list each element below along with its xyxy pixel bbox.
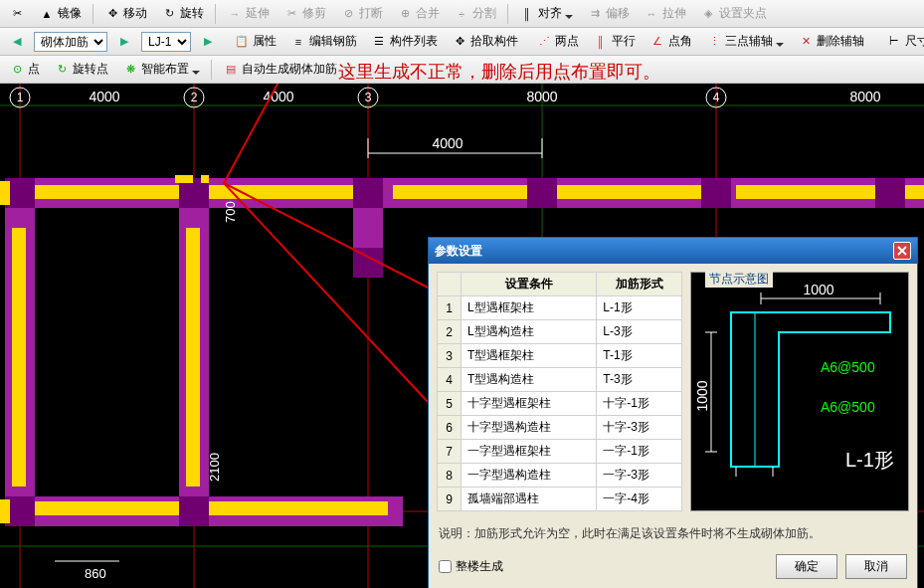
toolbar-component: ◀ 砌体加筋 ▶ LJ-1 ▶ 📋属性 ≡编辑钢筋 ☰构件列表 ✥拾取构件 ⋰两… [0,28,924,56]
svg-rect-31 [35,185,179,199]
attr-button[interactable]: 📋属性 [229,30,281,53]
pick-icon: ✥ [452,34,467,50]
prev-button[interactable]: ◀ [4,31,30,53]
svg-text:1000: 1000 [803,282,833,297]
table-row[interactable]: 9孤墙端部遇柱一字-4形 [438,488,682,511]
extend-button: →延伸 [222,2,275,25]
trim-icon: ✂ [283,6,299,22]
svg-rect-43 [701,178,731,208]
rotate-button[interactable]: ↻旋转 [156,2,209,25]
table-row[interactable]: 3T型遇框架柱T-1形 [438,344,682,368]
ok-button[interactable]: 确定 [776,554,837,579]
table-row[interactable]: 7一字型遇框架柱一字-1形 [438,440,682,464]
table-row[interactable]: 4T型遇构造柱T-3形 [438,368,682,392]
offset-icon: ⇉ [587,6,603,22]
svg-text:8000: 8000 [849,89,880,104]
smart-layout-button[interactable]: ❋智能布置 [117,58,205,81]
move-button[interactable]: ✥移动 [99,2,152,25]
stretch-icon: ↔ [644,6,659,22]
node-diagram-title: 节点示意图 [705,271,773,288]
next-button[interactable]: ▶ [111,31,137,53]
close-icon [897,246,907,256]
svg-rect-42 [527,178,557,208]
svg-rect-41 [353,178,383,208]
align-icon: ║ [519,6,535,22]
dim-label-button[interactable]: ⊢尺寸标 [881,30,924,53]
svg-text:700: 700 [223,201,238,223]
whole-floor-checkbox[interactable]: 整楼生成 [439,558,503,575]
arrow-right-icon: ▶ [200,34,216,50]
corner-button[interactable]: ∠点角 [645,30,697,53]
svg-rect-49 [0,499,10,523]
auto-icon: ▤ [223,62,239,78]
arrow-right-icon: ▶ [116,34,132,50]
next2-button[interactable]: ▶ [195,31,221,53]
dialog-titlebar[interactable]: 参数设置 [429,238,917,264]
close-button[interactable] [893,242,911,260]
three-point-icon: ⋮ [706,34,722,50]
svg-text:L-1形: L-1形 [845,449,894,471]
component-type-select[interactable]: 砌体加筋 [34,32,107,52]
whole-floor-input[interactable] [439,560,452,573]
offset-button: ⇉偏移 [582,2,635,25]
merge-icon: ⊕ [397,6,413,22]
mirror-icon: ▲ [39,6,55,22]
param-table[interactable]: 设置条件 加筋形式 1L型遇框架柱L-1形 2L型遇构造柱L-3形 3T型遇框架… [437,272,682,511]
svg-text:860: 860 [85,566,106,581]
point-button[interactable]: ⊙点 [4,58,45,81]
svg-rect-46 [179,496,209,526]
setclip-button: ◈设置夹点 [695,2,772,25]
edit-rebar-button[interactable]: ≡编辑钢筋 [285,30,362,53]
mirror-button[interactable]: ▲镜像 [34,2,87,25]
table-row[interactable]: 6十字型遇构造柱十字-3形 [438,416,682,440]
clip-icon: ◈ [700,6,716,22]
comp-list-button[interactable]: ☰构件列表 [366,30,443,53]
table-row[interactable]: 2L型遇构造柱L-3形 [438,320,682,344]
toolbar-edit: ✂ ▲镜像 ✥移动 ↻旋转 →延伸 ✂修剪 ⊘打断 ⊕合并 ÷分割 ║对齐 ⇉偏… [0,0,924,28]
split-button: ÷分割 [449,2,501,25]
chevron-down-icon [776,38,784,46]
dialog-title: 参数设置 [435,243,482,260]
auto-gen-button[interactable]: ▤自动生成砌体加筋 [218,58,342,81]
svg-text:3: 3 [365,91,372,104]
break-icon: ⊘ [340,6,356,22]
svg-line-58 [224,183,428,402]
corner-icon: ∠ [649,34,665,50]
rebar-icon: ≡ [290,34,306,50]
cut-button[interactable]: ✂ [4,3,30,25]
node-svg: 1000 1000 A6@500 A6@500 L-1形 [691,273,910,482]
pick-comp-button[interactable]: ✥拾取构件 [447,30,523,53]
svg-text:8000: 8000 [526,89,557,104]
cut-icon: ✂ [9,6,25,22]
svg-text:A6@500: A6@500 [821,359,875,375]
table-row[interactable]: 1L型遇框架柱L-1形 [438,296,682,320]
svg-text:A6@500: A6@500 [821,399,875,415]
svg-rect-51 [201,175,209,183]
arrow-left-icon: ◀ [9,34,25,50]
three-point-button[interactable]: ⋮三点辅轴 [701,30,789,53]
point-icon: ⊙ [9,62,25,78]
table-row[interactable]: 8一字型遇构造柱一字-3形 [438,464,682,488]
svg-rect-36 [186,228,200,487]
node-diagram: 节点示意图 1000 1000 A6@500 A6@500 L-1形 [690,272,909,511]
list-icon: ☰ [371,34,387,50]
component-code-select[interactable]: LJ-1 [141,32,191,52]
cancel-button[interactable]: 取消 [845,554,907,579]
rotate-icon: ↻ [161,6,177,22]
align-button[interactable]: ║对齐 [514,2,578,25]
parallel-icon: ║ [593,34,609,50]
trim-button: ✂修剪 [278,2,331,25]
parallel-button[interactable]: ║平行 [588,30,641,53]
two-point-button[interactable]: ⋰两点 [531,30,584,53]
svg-rect-50 [175,175,193,183]
svg-text:2100: 2100 [207,453,222,482]
svg-text:1: 1 [17,91,24,104]
table-row[interactable]: 5十字型遇框架柱十字-1形 [438,392,682,416]
extend-icon: → [227,6,243,22]
col-condition: 设置条件 [462,273,597,296]
svg-rect-38 [209,501,388,515]
del-aux-button[interactable]: ✕删除辅轴 [793,30,869,53]
delete-icon: ✕ [798,34,814,50]
rotate-point-icon: ↻ [54,62,70,78]
rotate-point-button[interactable]: ↻旋转点 [49,58,113,81]
